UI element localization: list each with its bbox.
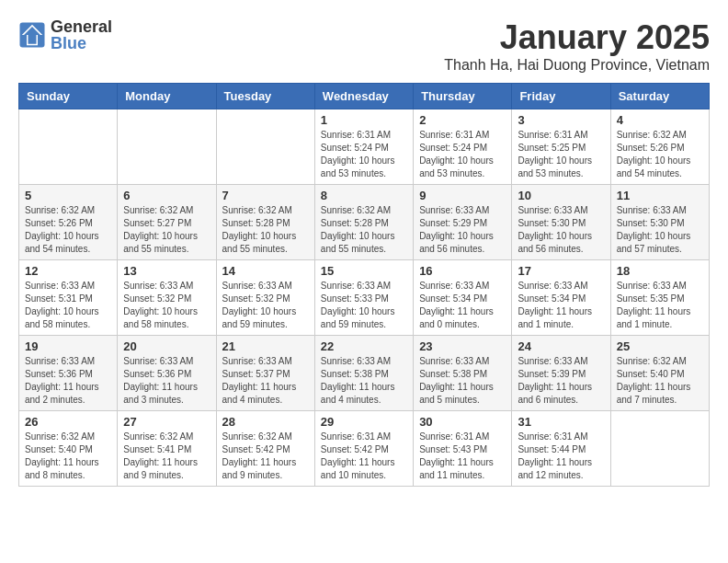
day-number: 21 bbox=[222, 339, 309, 353]
day-number: 15 bbox=[321, 264, 407, 278]
table-row bbox=[118, 109, 216, 185]
title-area: January 2025 Thanh Ha, Hai Duong Provinc… bbox=[444, 18, 710, 74]
day-info: Sunrise: 6:33 AM Sunset: 5:37 PM Dayligh… bbox=[222, 355, 309, 407]
day-info: Sunrise: 6:33 AM Sunset: 5:36 PM Dayligh… bbox=[123, 355, 210, 407]
logo-text: General Blue bbox=[51, 18, 112, 52]
day-number: 26 bbox=[25, 415, 111, 429]
table-row: 6Sunrise: 6:32 AM Sunset: 5:27 PM Daylig… bbox=[118, 185, 216, 260]
day-info: Sunrise: 6:33 AM Sunset: 5:34 PM Dayligh… bbox=[419, 280, 506, 331]
day-info: Sunrise: 6:32 AM Sunset: 5:28 PM Dayligh… bbox=[222, 204, 309, 256]
table-row: 12Sunrise: 6:33 AM Sunset: 5:31 PM Dayli… bbox=[19, 260, 118, 336]
table-row bbox=[19, 109, 118, 185]
table-row: 30Sunrise: 6:31 AM Sunset: 5:43 PM Dayli… bbox=[414, 411, 512, 487]
table-row: 2Sunrise: 6:31 AM Sunset: 5:24 PM Daylig… bbox=[414, 109, 512, 185]
day-info: Sunrise: 6:32 AM Sunset: 5:28 PM Dayligh… bbox=[321, 204, 407, 256]
day-number: 8 bbox=[321, 189, 407, 202]
day-info: Sunrise: 6:33 AM Sunset: 5:34 PM Dayligh… bbox=[518, 280, 604, 331]
table-row: 13Sunrise: 6:33 AM Sunset: 5:32 PM Dayli… bbox=[118, 260, 216, 336]
day-info: Sunrise: 6:33 AM Sunset: 5:35 PM Dayligh… bbox=[617, 280, 703, 331]
day-number: 30 bbox=[419, 415, 506, 429]
day-info: Sunrise: 6:32 AM Sunset: 5:27 PM Dayligh… bbox=[123, 204, 210, 256]
header-friday: Friday bbox=[512, 84, 610, 109]
location-subtitle: Thanh Ha, Hai Duong Province, Vietnam bbox=[444, 57, 710, 74]
day-number: 13 bbox=[123, 264, 210, 278]
day-number: 2 bbox=[419, 113, 506, 127]
day-info: Sunrise: 6:31 AM Sunset: 5:24 PM Dayligh… bbox=[321, 129, 407, 180]
day-info: Sunrise: 6:31 AM Sunset: 5:24 PM Dayligh… bbox=[419, 129, 506, 180]
table-row: 28Sunrise: 6:32 AM Sunset: 5:42 PM Dayli… bbox=[216, 411, 314, 487]
calendar-week-row: 5Sunrise: 6:32 AM Sunset: 5:26 PM Daylig… bbox=[19, 185, 710, 260]
calendar-week-row: 26Sunrise: 6:32 AM Sunset: 5:40 PM Dayli… bbox=[19, 411, 710, 487]
calendar-header-row: Sunday Monday Tuesday Wednesday Thursday… bbox=[19, 84, 710, 109]
day-info: Sunrise: 6:32 AM Sunset: 5:26 PM Dayligh… bbox=[25, 204, 111, 256]
day-info: Sunrise: 6:33 AM Sunset: 5:39 PM Dayligh… bbox=[518, 355, 604, 407]
header-saturday: Saturday bbox=[610, 84, 709, 109]
day-info: Sunrise: 6:32 AM Sunset: 5:41 PM Dayligh… bbox=[123, 431, 210, 482]
day-info: Sunrise: 6:31 AM Sunset: 5:43 PM Dayligh… bbox=[419, 431, 506, 482]
logo-icon bbox=[18, 21, 46, 49]
day-number: 3 bbox=[518, 113, 604, 127]
day-info: Sunrise: 6:31 AM Sunset: 5:42 PM Dayligh… bbox=[321, 431, 407, 482]
header-sunday: Sunday bbox=[19, 84, 118, 109]
day-info: Sunrise: 6:33 AM Sunset: 5:31 PM Dayligh… bbox=[25, 280, 111, 331]
day-number: 22 bbox=[321, 339, 407, 353]
day-info: Sunrise: 6:32 AM Sunset: 5:42 PM Dayligh… bbox=[222, 431, 309, 482]
logo-blue: Blue bbox=[51, 35, 112, 52]
table-row: 29Sunrise: 6:31 AM Sunset: 5:42 PM Dayli… bbox=[314, 411, 413, 487]
calendar-table: Sunday Monday Tuesday Wednesday Thursday… bbox=[18, 83, 710, 487]
day-number: 24 bbox=[518, 339, 604, 353]
day-number: 14 bbox=[222, 264, 309, 278]
table-row bbox=[216, 109, 314, 185]
table-row: 11Sunrise: 6:33 AM Sunset: 5:30 PM Dayli… bbox=[610, 185, 709, 260]
day-info: Sunrise: 6:31 AM Sunset: 5:44 PM Dayligh… bbox=[518, 431, 604, 482]
day-info: Sunrise: 6:33 AM Sunset: 5:38 PM Dayligh… bbox=[321, 355, 407, 407]
table-row: 18Sunrise: 6:33 AM Sunset: 5:35 PM Dayli… bbox=[610, 260, 709, 336]
table-row: 9Sunrise: 6:33 AM Sunset: 5:29 PM Daylig… bbox=[414, 185, 512, 260]
day-number: 12 bbox=[25, 264, 111, 278]
day-info: Sunrise: 6:32 AM Sunset: 5:26 PM Dayligh… bbox=[617, 129, 703, 180]
day-info: Sunrise: 6:33 AM Sunset: 5:32 PM Dayligh… bbox=[123, 280, 210, 331]
header-tuesday: Tuesday bbox=[216, 84, 314, 109]
day-info: Sunrise: 6:33 AM Sunset: 5:36 PM Dayligh… bbox=[25, 355, 111, 407]
day-info: Sunrise: 6:33 AM Sunset: 5:30 PM Dayligh… bbox=[617, 204, 703, 256]
calendar-week-row: 1Sunrise: 6:31 AM Sunset: 5:24 PM Daylig… bbox=[19, 109, 710, 185]
table-row: 7Sunrise: 6:32 AM Sunset: 5:28 PM Daylig… bbox=[216, 185, 314, 260]
day-number: 23 bbox=[419, 339, 506, 353]
day-number: 18 bbox=[617, 264, 703, 278]
day-number: 1 bbox=[321, 113, 407, 127]
day-number: 28 bbox=[222, 415, 309, 429]
table-row: 19Sunrise: 6:33 AM Sunset: 5:36 PM Dayli… bbox=[19, 336, 118, 411]
day-number: 11 bbox=[617, 189, 703, 202]
table-row bbox=[610, 411, 709, 487]
day-info: Sunrise: 6:32 AM Sunset: 5:40 PM Dayligh… bbox=[25, 431, 111, 482]
day-info: Sunrise: 6:31 AM Sunset: 5:25 PM Dayligh… bbox=[518, 129, 604, 180]
page-header: General Blue January 2025 Thanh Ha, Hai … bbox=[18, 18, 710, 74]
day-info: Sunrise: 6:33 AM Sunset: 5:33 PM Dayligh… bbox=[321, 280, 407, 331]
table-row: 20Sunrise: 6:33 AM Sunset: 5:36 PM Dayli… bbox=[118, 336, 216, 411]
table-row: 21Sunrise: 6:33 AM Sunset: 5:37 PM Dayli… bbox=[216, 336, 314, 411]
day-number: 5 bbox=[25, 189, 111, 202]
header-thursday: Thursday bbox=[414, 84, 512, 109]
logo: General Blue bbox=[18, 18, 112, 52]
header-monday: Monday bbox=[118, 84, 216, 109]
table-row: 4Sunrise: 6:32 AM Sunset: 5:26 PM Daylig… bbox=[610, 109, 709, 185]
day-number: 25 bbox=[617, 339, 703, 353]
table-row: 5Sunrise: 6:32 AM Sunset: 5:26 PM Daylig… bbox=[19, 185, 118, 260]
table-row: 3Sunrise: 6:31 AM Sunset: 5:25 PM Daylig… bbox=[512, 109, 610, 185]
table-row: 15Sunrise: 6:33 AM Sunset: 5:33 PM Dayli… bbox=[314, 260, 413, 336]
table-row: 17Sunrise: 6:33 AM Sunset: 5:34 PM Dayli… bbox=[512, 260, 610, 336]
day-number: 31 bbox=[518, 415, 604, 429]
day-number: 29 bbox=[321, 415, 407, 429]
day-number: 7 bbox=[222, 189, 309, 202]
table-row: 1Sunrise: 6:31 AM Sunset: 5:24 PM Daylig… bbox=[314, 109, 413, 185]
day-number: 6 bbox=[123, 189, 210, 202]
header-wednesday: Wednesday bbox=[314, 84, 413, 109]
day-number: 17 bbox=[518, 264, 604, 278]
table-row: 10Sunrise: 6:33 AM Sunset: 5:30 PM Dayli… bbox=[512, 185, 610, 260]
table-row: 8Sunrise: 6:32 AM Sunset: 5:28 PM Daylig… bbox=[314, 185, 413, 260]
table-row: 16Sunrise: 6:33 AM Sunset: 5:34 PM Dayli… bbox=[414, 260, 512, 336]
day-info: Sunrise: 6:32 AM Sunset: 5:40 PM Dayligh… bbox=[617, 355, 703, 407]
day-number: 4 bbox=[617, 113, 703, 127]
table-row: 14Sunrise: 6:33 AM Sunset: 5:32 PM Dayli… bbox=[216, 260, 314, 336]
day-number: 10 bbox=[518, 189, 604, 202]
